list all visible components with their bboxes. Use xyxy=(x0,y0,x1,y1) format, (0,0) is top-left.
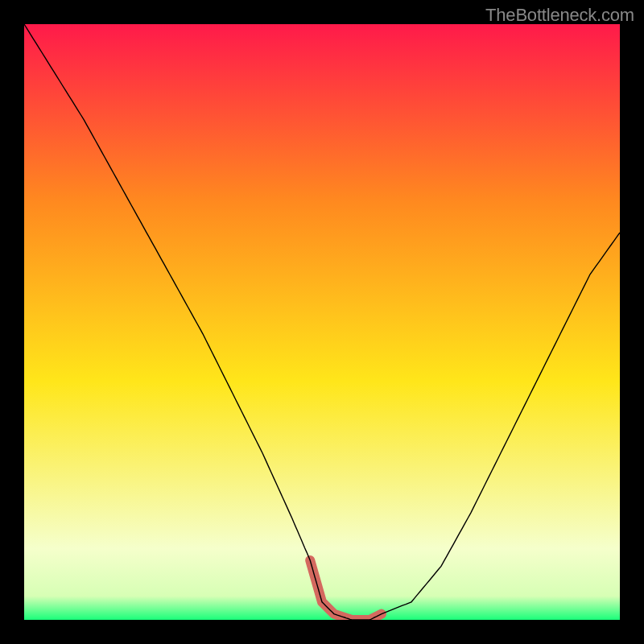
chart-svg xyxy=(24,24,620,620)
chart-background xyxy=(24,24,620,620)
watermark-text: TheBottleneck.com xyxy=(485,5,634,26)
bottleneck-chart xyxy=(24,24,620,620)
